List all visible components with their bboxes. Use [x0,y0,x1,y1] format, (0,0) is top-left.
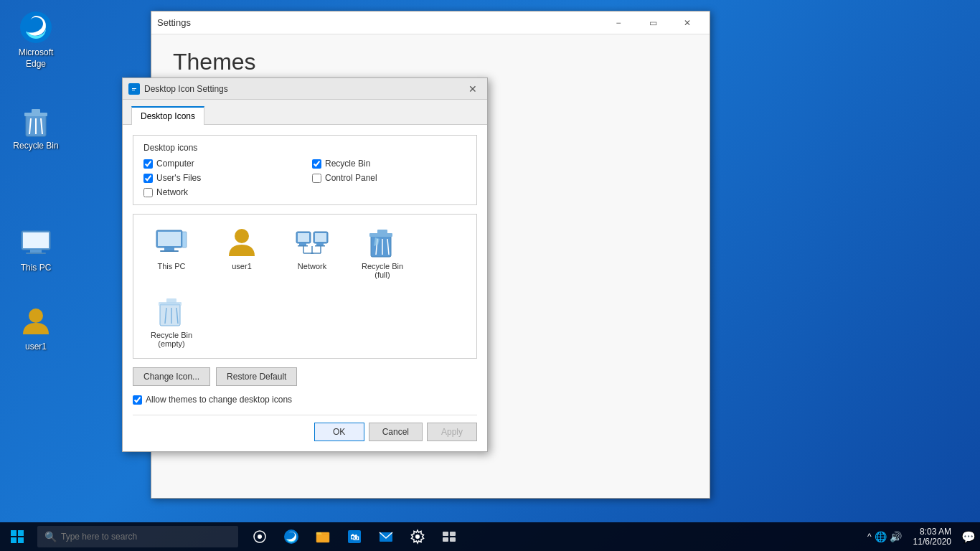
checkboxes-grid: Computer Recycle Bin User's Files Contro… [143,159,466,197]
svg-rect-62 [450,537,456,542]
this-pc-desktop-label: This PC [21,263,52,274]
checkbox-network[interactable]: Network [143,187,298,197]
maximize-button[interactable]: ▭ [636,11,669,34]
taskbar-mail-icon[interactable] [370,522,402,551]
notification-center-button[interactable]: 💬 [957,522,980,551]
svg-rect-61 [443,537,448,542]
desktop-icons-section: Desktop icons Computer Recycle Bin User'… [133,135,477,205]
taskbar-file-explorer-icon[interactable] [307,522,339,551]
svg-point-11 [29,309,43,323]
this-pc-grid-label: This PC [157,262,185,270]
taskbar-store-icon[interactable]: 🛍 [339,522,370,551]
taskbar-tray-icons: ^ 🌐 🔊 [862,531,908,542]
search-input[interactable] [61,532,219,542]
titlebar-controls: − ▭ ✕ [602,11,704,34]
svg-rect-43 [166,298,176,303]
taskbar: 🔍 [0,522,980,551]
dialog-title-icon [128,83,140,95]
allow-themes-row: Allow themes to change desktop icons [133,395,477,405]
recycle-bin-desktop-label: Recycle Bin [13,141,58,152]
settings-section-title: Themes [173,49,688,75]
taskbar-edge-icon[interactable] [275,522,307,551]
users-files-checkbox[interactable] [143,174,153,183]
desktop-icon-settings-dialog: Desktop Icon Settings ✕ Desktop Icons De… [122,77,488,452]
icon-item-network[interactable]: Network [280,220,344,283]
recycle-full-grid-label: Recycle Bin (full) [362,262,403,279]
edge-icon [19,10,53,44]
user1-desktop-label: user1 [25,342,47,353]
this-pc-grid-icon [154,225,189,259]
section-title-partial: emes [199,49,255,75]
computer-checkbox[interactable] [143,159,153,169]
network-grid-label: Network [298,262,326,270]
desktop-icon-edge[interactable]: Microsoft Edge [7,7,65,72]
close-settings-button[interactable]: ✕ [671,11,704,34]
checkbox-computer[interactable]: Computer [143,159,298,169]
dialog-tabs: Desktop Icons [123,100,487,125]
svg-rect-18 [160,250,179,252]
minimize-button[interactable]: − [602,11,635,34]
apply-button[interactable]: Apply [427,423,477,441]
checkbox-recycle-bin[interactable]: Recycle Bin [312,159,466,169]
dialog-title-left: Desktop Icon Settings [128,83,228,95]
network-checkbox[interactable] [143,188,153,197]
checkbox-users-files[interactable]: User's Files [143,173,298,183]
restore-default-button[interactable]: Restore Default [216,367,297,386]
svg-rect-37 [377,230,387,234]
tray-chevron[interactable]: ^ [867,532,872,542]
taskbar-clock[interactable]: 8:03 AM 11/6/2020 [908,527,957,547]
svg-rect-27 [316,243,324,245]
control-panel-checkbox[interactable] [312,174,321,183]
svg-point-52 [258,534,262,539]
svg-rect-13 [132,88,136,89]
taskbar-search-box[interactable]: 🔍 [37,526,238,547]
tray-volume-icon[interactable]: 🔊 [890,531,902,542]
task-view-button[interactable] [244,522,275,551]
user1-desktop-icon [19,304,53,339]
icon-item-recycle-empty[interactable]: Recycle Bin (empty) [139,289,204,352]
desktop: Microsoft Edge Recycle Bin This PC [0,0,980,551]
recycle-bin-checkbox[interactable] [312,159,321,169]
ok-button[interactable]: OK [314,423,364,441]
svg-rect-48 [18,530,24,536]
clock-date: 11/6/2020 [913,537,951,547]
svg-rect-19 [182,232,187,248]
dialog-close-button[interactable]: ✕ [464,82,481,96]
user1-grid-label: user1 [232,262,252,270]
start-button[interactable] [0,522,34,551]
taskbar-settings-icon[interactable] [402,522,433,551]
svg-rect-3 [32,109,40,113]
taskbar-icons: 🛍 [241,522,862,551]
dialog-tab-desktop-icons[interactable]: Desktop Icons [131,106,204,125]
svg-rect-59 [443,532,448,536]
svg-text:🛍: 🛍 [350,532,359,542]
allow-themes-checkbox[interactable] [133,395,142,405]
svg-point-20 [235,229,249,243]
tray-network-icon[interactable]: 🌐 [875,531,887,542]
cancel-button[interactable]: Cancel [369,423,423,441]
icon-item-thispc[interactable]: This PC [139,220,204,283]
desktop-icon-user1[interactable]: user1 [7,301,65,356]
edge-label: Microsoft Edge [10,47,62,70]
svg-rect-26 [315,233,326,242]
icon-item-user1[interactable]: user1 [209,220,274,283]
this-pc-desktop-icon [19,225,53,260]
svg-rect-8 [23,232,49,248]
icon-item-recycle-full[interactable]: Recycle Bin (full) [350,220,415,283]
network-grid-icon [295,225,329,259]
icons-grid-inner: This PC user1 [139,220,471,352]
network-label: Network [156,187,188,197]
desktop-icon-recycle[interactable]: Recycle Bin [7,100,65,155]
desktop-icon-thispc[interactable]: This PC [7,222,65,277]
change-icon-button[interactable]: Change Icon... [133,367,210,386]
checkbox-control-panel[interactable]: Control Panel [312,173,466,183]
taskbar-extra-icon[interactable] [433,522,465,551]
svg-rect-14 [132,90,135,90]
dialog-titlebar: Desktop Icon Settings ✕ [123,78,487,100]
recycle-empty-grid-icon [154,293,189,328]
svg-rect-16 [158,232,181,246]
svg-rect-10 [26,253,46,254]
control-panel-label: Control Panel [325,173,377,183]
svg-rect-24 [298,245,308,247]
recycle-bin-desktop-icon [19,103,53,138]
